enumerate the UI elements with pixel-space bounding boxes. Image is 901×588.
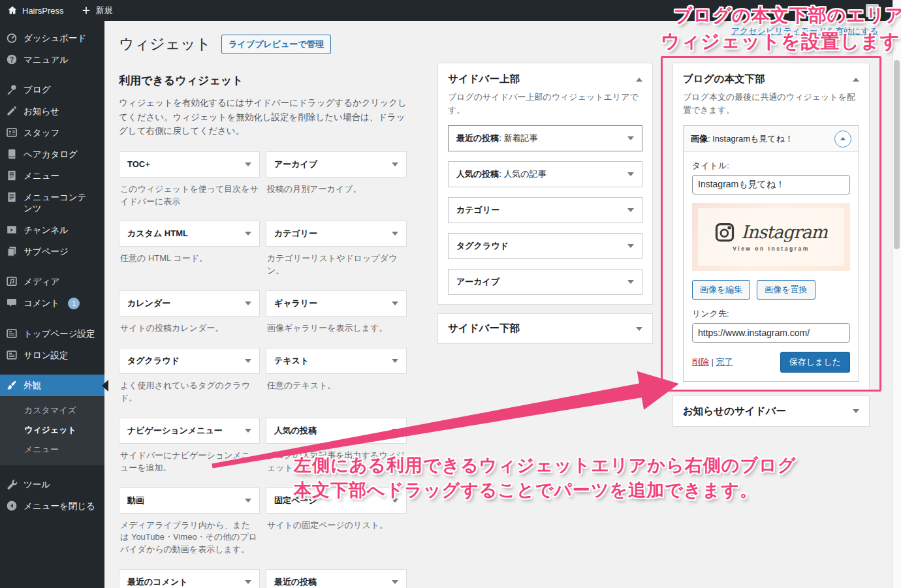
- edit-image-button[interactable]: 画像を編集: [692, 280, 750, 300]
- chevron-down-icon[interactable]: [245, 302, 251, 305]
- sidebar-item-comments[interactable]: コメント 1: [0, 292, 104, 315]
- blog-bottom-header[interactable]: ブログの本文下部: [683, 72, 859, 86]
- submenu-item-menus[interactable]: メニュー: [0, 440, 104, 459]
- sidebar-top-header[interactable]: サイドバー上部: [448, 72, 642, 86]
- chevron-down-icon[interactable]: [627, 208, 634, 212]
- widget-card-recent-posts[interactable]: 最近の投稿: [266, 569, 407, 588]
- collapse-widget-toggle[interactable]: [834, 131, 851, 147]
- dashboard-icon: [6, 32, 18, 44]
- done-link[interactable]: 完了: [716, 357, 733, 367]
- placed-widget-popular-posts[interactable]: 人気の投稿: 人気の記事: [448, 161, 642, 187]
- widget-description: 画像ギャラリーを表示します。: [267, 322, 405, 335]
- widget-description: サイドバーにナビゲーションメニューを追加。: [120, 450, 259, 474]
- sidebar-item-hair-catalog[interactable]: ヘアカタログ: [0, 144, 104, 165]
- sidebar-item-manual[interactable]: マニュアル: [0, 49, 104, 70]
- video-icon: [6, 224, 18, 236]
- sidebar-top-panel: サイドバー上部 ブログのサイドバー上部のウィジェットエリアです。 最近の投稿: …: [437, 63, 653, 305]
- manage-live-preview-button[interactable]: ライブプレビューで管理: [221, 35, 330, 54]
- menu-separator: [0, 315, 104, 323]
- chevron-down-icon[interactable]: [627, 172, 634, 176]
- widget-title-input[interactable]: [692, 175, 850, 194]
- available-widgets-section: 利用できるウィジェット ウィジェットを有効化するにはサイドバーにドラッグするかク…: [119, 73, 414, 588]
- chevron-down-icon[interactable]: [245, 232, 251, 236]
- chevron-down-icon[interactable]: [392, 232, 398, 236]
- title-field-label: タイトル:: [692, 160, 850, 172]
- widget-description: 投稿の月別アーカイブ。: [267, 183, 405, 196]
- chevron-down-icon[interactable]: [627, 280, 634, 284]
- widget-card-video[interactable]: 動画: [119, 487, 260, 514]
- sidebar-item-menu-content[interactable]: メニューコンテンツ: [0, 187, 104, 219]
- chevron-down-icon[interactable]: [392, 162, 398, 166]
- chevron-down-icon[interactable]: [392, 302, 398, 305]
- chevron-down-icon[interactable]: [245, 429, 251, 433]
- replace-image-button[interactable]: 画像を置換: [757, 280, 815, 300]
- available-widgets-intro: ウィジェットを有効化するにはサイドバーにドラッグするかクリックしてください。ウィ…: [119, 96, 414, 138]
- sidebar-item-toppage-settings[interactable]: トップページ設定: [0, 323, 104, 345]
- widget-image-preview[interactable]: Instagram View on Instagram: [692, 203, 850, 271]
- sidebar-item-subpage[interactable]: サブページ: [0, 241, 104, 262]
- widget-card-calendar[interactable]: カレンダー: [119, 290, 260, 317]
- widget-card-toc[interactable]: TOC+: [119, 151, 260, 178]
- notice-sidebar-panel[interactable]: お知らせのサイドバー: [672, 395, 870, 427]
- chevron-down-icon[interactable]: [853, 409, 859, 413]
- widget-description: よく使用されているタグのクラウド。: [120, 380, 259, 405]
- placed-widget-categories[interactable]: カテゴリー: [448, 197, 642, 223]
- instagram-banner: Instagram View on Instagram: [698, 208, 844, 266]
- sidebar-item-appearance[interactable]: 外観: [0, 375, 104, 396]
- sidebar-item-news[interactable]: お知らせ: [0, 101, 104, 122]
- chevron-down-icon[interactable]: [627, 244, 634, 248]
- sidebar-bottom-panel[interactable]: サイドバー下部: [437, 313, 653, 344]
- widget-card-nav-menu[interactable]: ナビゲーションメニュー: [119, 418, 260, 444]
- saved-button[interactable]: 保存しました: [780, 352, 850, 373]
- tools-icon: [6, 478, 18, 490]
- sidebar-item-channel[interactable]: チャンネル: [0, 219, 104, 241]
- sidebar-item-tools[interactable]: ツール: [0, 474, 104, 495]
- instagram-logo-text: Instagram: [741, 222, 827, 242]
- chevron-down-icon[interactable]: [245, 499, 251, 503]
- widget-card-gallery[interactable]: ギャラリー: [266, 290, 407, 317]
- chevron-down-icon[interactable]: [636, 327, 642, 331]
- widget-card-recent-comments[interactable]: 最近のコメント: [119, 569, 260, 588]
- placed-widget-tag-cloud[interactable]: タグクラウド: [448, 233, 642, 259]
- sidebar-item-media[interactable]: メディア: [0, 271, 104, 292]
- pin-icon: [6, 84, 18, 95]
- new-content-menu[interactable]: 新規: [74, 0, 120, 21]
- chevron-down-icon[interactable]: [245, 162, 251, 166]
- widget-card-custom-html[interactable]: カスタム HTML: [119, 221, 260, 247]
- widget-card-categories[interactable]: カテゴリー: [266, 221, 407, 247]
- page-header: ウィジェット ライブプレビューで管理: [119, 34, 331, 54]
- sidebar-item-collapse-menu[interactable]: メニューを閉じる: [0, 495, 104, 517]
- image-widget-header[interactable]: 画像: Instagramも見てね！: [684, 126, 859, 152]
- scrollbar-thumb[interactable]: [894, 60, 900, 249]
- page-scrollbar[interactable]: [893, 0, 901, 588]
- sidebar-item-blog[interactable]: ブログ: [0, 79, 104, 101]
- placed-widget-archives[interactable]: アーカイブ: [448, 269, 642, 295]
- chevron-up-icon[interactable]: [853, 78, 859, 82]
- chevron-down-icon[interactable]: [627, 136, 634, 140]
- chevron-down-icon[interactable]: [245, 359, 251, 363]
- placed-widget-recent-posts[interactable]: 最近の投稿: 新着記事: [448, 125, 642, 151]
- site-menu[interactable]: HairsPress: [0, 0, 71, 21]
- widget-card-popular-posts[interactable]: 人気の投稿: [266, 418, 407, 444]
- chevron-up-icon[interactable]: [636, 78, 642, 82]
- widget-card-text[interactable]: テキスト: [266, 348, 407, 374]
- annotation-top-line1: ブログの本文下部のエリアに: [674, 3, 901, 28]
- chevron-down-icon[interactable]: [392, 429, 398, 433]
- link-url-input[interactable]: [692, 323, 850, 343]
- chevron-down-icon[interactable]: [392, 580, 398, 584]
- comment-icon: [6, 297, 18, 309]
- chevron-down-icon[interactable]: [392, 359, 398, 363]
- sidebar-item-menu[interactable]: メニュー: [0, 165, 104, 187]
- book-icon: [6, 148, 18, 160]
- submenu-item-customize[interactable]: カスタマイズ: [0, 401, 104, 420]
- chevron-down-icon[interactable]: [245, 580, 251, 584]
- sidebar-item-dashboard[interactable]: ダッシュボード: [0, 27, 104, 49]
- sidebar-item-salon-settings[interactable]: サロン設定: [0, 345, 104, 366]
- widget-card-tag-cloud[interactable]: タグクラウド: [119, 348, 260, 374]
- delete-widget-link[interactable]: 削除: [692, 357, 709, 367]
- sidebar-item-staff[interactable]: スタッフ: [0, 122, 104, 144]
- sidebar-top-description: ブログのサイドバー上部のウィジェットエリアです。: [448, 91, 642, 116]
- submenu-item-widgets[interactable]: ウィジェット: [0, 420, 104, 440]
- widgets-row: カスタム HTML任意の HTML コード。 カテゴリーカテゴリーリストやドロッ…: [119, 221, 414, 290]
- widget-card-archives[interactable]: アーカイブ: [266, 151, 407, 178]
